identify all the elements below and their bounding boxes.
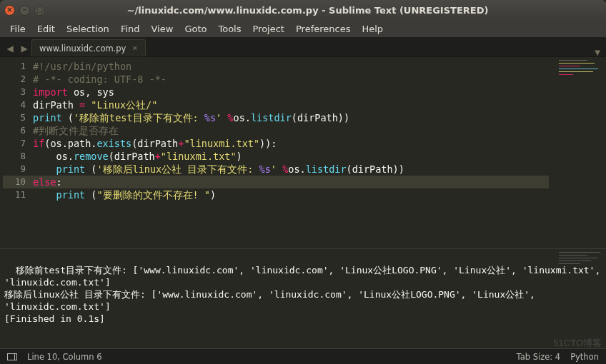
menu-edit[interactable]: Edit — [31, 22, 61, 36]
code-line[interactable]: print ("要删除的文件不存在! ") — [33, 188, 549, 201]
menu-file[interactable]: File — [4, 22, 31, 36]
menu-preferences[interactable]: Preferences — [290, 22, 356, 36]
status-bar: Line 10, Column 6 Tab Size: 4 Python — [0, 348, 606, 364]
line-number: 4 — [3, 98, 26, 111]
tab-active[interactable]: www.linuxidc.com.py ✕ — [31, 39, 146, 56]
nav-back-icon[interactable]: ◀ — [3, 41, 17, 56]
code-editor[interactable]: 1234567891011 #!/usr/bin/python# -*- cod… — [0, 57, 606, 248]
line-number: 10 — [3, 176, 33, 188]
status-syntax[interactable]: Python — [570, 352, 599, 362]
line-number: 9 — [3, 163, 26, 176]
menu-selection[interactable]: Selection — [61, 22, 115, 36]
tab-close-icon[interactable]: ✕ — [131, 44, 137, 52]
line-number: 3 — [3, 86, 26, 98]
line-number: 11 — [3, 188, 26, 201]
window-controls: × – ▢ — [4, 5, 45, 16]
line-number: 2 — [3, 73, 26, 86]
code-line[interactable]: print ('移除前test目录下有文件: %s' %os.listdir(d… — [33, 111, 549, 124]
close-icon[interactable]: × — [4, 5, 15, 16]
window-title: ~/linuxidc.com/www.linuxidc.com.py - Sub… — [52, 5, 606, 16]
build-output-text: 移除前test目录下有文件: ['www.linuxidc.com', 'lin… — [4, 265, 606, 324]
code-line[interactable]: os.remove(dirPath+"linuxmi.txt") — [33, 150, 549, 163]
code-line[interactable]: print ('移除后linux公社 目录下有文件: %s' %os.listd… — [33, 163, 549, 176]
line-number: 5 — [3, 111, 26, 124]
watermark: 51CTO博客 — [553, 337, 602, 350]
menu-help[interactable]: Help — [356, 22, 389, 36]
menu-view[interactable]: View — [146, 22, 179, 36]
menu-project[interactable]: Project — [247, 22, 289, 36]
minimap[interactable] — [549, 57, 606, 248]
minimize-icon[interactable]: – — [19, 5, 30, 16]
line-gutter: 1234567891011 — [0, 57, 33, 248]
line-number: 1 — [3, 60, 26, 73]
code-line[interactable]: # -*- coding: UTF-8 -*- — [33, 73, 549, 86]
code-line[interactable]: else: — [33, 176, 549, 188]
window-titlebar: × – ▢ ~/linuxidc.com/www.linuxidc.com.py… — [0, 0, 606, 20]
nav-forward-icon[interactable]: ▶ — [17, 41, 31, 56]
code-line[interactable]: #判断文件是否存在 — [33, 124, 549, 137]
status-position[interactable]: Line 10, Column 6 — [27, 352, 102, 362]
menu-find[interactable]: Find — [115, 22, 146, 36]
tab-bar: ◀ ▶ www.linuxidc.com.py ✕ ▼ — [0, 37, 606, 57]
status-tabsize[interactable]: Tab Size: 4 — [517, 352, 561, 362]
maximize-icon[interactable]: ▢ — [34, 5, 45, 16]
panel-switch-icon[interactable] — [7, 353, 17, 360]
menu-bar: File Edit Selection Find View Goto Tools… — [0, 20, 606, 37]
code-line[interactable]: #!/usr/bin/python — [33, 60, 549, 73]
line-number: 8 — [3, 150, 26, 163]
menu-tools[interactable]: Tools — [212, 22, 247, 36]
line-number: 7 — [3, 137, 26, 150]
code-line[interactable]: dirPath = "Linux公社/" — [33, 98, 549, 111]
line-number: 6 — [3, 124, 26, 137]
code-line[interactable]: import os, sys — [33, 86, 549, 98]
build-output-panel[interactable]: 移除前test目录下有文件: ['www.linuxidc.com', 'lin… — [0, 248, 606, 327]
output-minimap — [559, 252, 602, 280]
tab-label: www.linuxidc.com.py — [39, 44, 126, 54]
tab-overflow-icon[interactable]: ▼ — [595, 49, 600, 56]
code-line[interactable]: if(os.path.exists(dirPath+"linuxmi.txt")… — [33, 137, 549, 150]
menu-goto[interactable]: Goto — [179, 22, 212, 36]
code-area[interactable]: #!/usr/bin/python# -*- coding: UTF-8 -*-… — [33, 57, 549, 248]
